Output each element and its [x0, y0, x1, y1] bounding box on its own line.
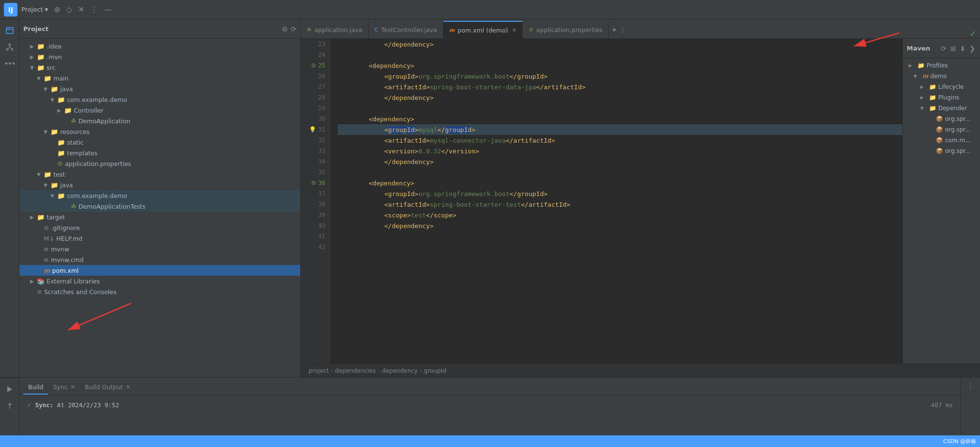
expand-maven-icon[interactable]: ❯	[968, 44, 976, 53]
title-bar-actions: ⊕ ◇ ✕ ⋮ —	[54, 5, 112, 14]
tree-item-label: .mvn	[47, 53, 62, 61]
project-tree: ▶ 📁 .idea ▶ 📁 .mvn ▼ 📁 src	[19, 39, 300, 377]
tree-item-static[interactable]: 📁 static	[19, 137, 300, 148]
gutter-line-39: 39	[306, 210, 326, 220]
project-panel: Project ⚙ ⟳ ▶ 📁 .idea ▶ 📁	[19, 19, 301, 377]
code-line-25: <dependency>	[338, 60, 902, 71]
tree-item-label: External Libraries	[47, 278, 100, 285]
maven-dep-1[interactable]: 📦 org.spr...	[903, 114, 980, 124]
gutter-line-34: 34	[306, 156, 326, 167]
maven-dep-3[interactable]: 📦 com.m...	[903, 135, 980, 146]
tree-item-test[interactable]: ▼ 📁 test	[19, 169, 300, 180]
bottom-tab-build-output[interactable]: Build Output ✕	[80, 380, 135, 395]
dep-icon: 📦	[936, 126, 943, 133]
tree-item-controller[interactable]: ▶ 📁 Controller	[19, 105, 300, 116]
gear-icon[interactable]: ⚙	[282, 25, 288, 33]
maven-panel: Maven ⟳ ⊞ ⬇ ❯ ▶ 📁	[902, 39, 980, 364]
tab-test-controller[interactable]: C TestController.java	[369, 21, 443, 38]
bookmark-icon[interactable]: ◇	[66, 5, 72, 14]
tree-item-test-package[interactable]: ▼ 📁 com.example.demo	[19, 190, 300, 201]
tree-item-mvnw-cmd[interactable]: ≡ mvnw.cmd	[19, 254, 300, 265]
code-line-23: </dependency>	[338, 39, 902, 50]
tab-application-props[interactable]: ⚙ application.properties	[523, 21, 609, 38]
tree-item-help[interactable]: M↓ HELP.md	[19, 233, 300, 244]
maven-dep-4[interactable]: 📦 org.spr...	[903, 146, 980, 156]
maven-item-profiles[interactable]: ▶ 📁 Profiles	[903, 60, 980, 71]
collapse-arrow-icon: ▶	[30, 54, 37, 60]
bottom-tab-build[interactable]: Build	[23, 380, 48, 395]
folder-icon: 📁	[57, 149, 65, 157]
code-line-37: <groupId>org.springframework.boot</group…	[338, 188, 902, 199]
editor-right-row: 23 24 ⚙25 26 27 28 29 30 💡31 32 33 34 35…	[301, 39, 980, 364]
folder-icon: 📁	[37, 64, 45, 71]
prop-tab-icon: ⚙	[528, 27, 533, 33]
breadcrumb-project[interactable]: project	[309, 367, 329, 374]
tree-item-resources[interactable]: ▼ 📁 resources	[19, 126, 300, 137]
svg-marker-4	[7, 386, 12, 392]
tab-pom-xml[interactable]: m pom.xml (demo) ✕	[443, 21, 523, 38]
tab-close-btn[interactable]: ✕	[512, 27, 516, 33]
expand-icon[interactable]: ⟳	[291, 25, 296, 33]
pin-icon[interactable]	[2, 398, 17, 413]
maven-dep-2[interactable]: 📦 org.spr...	[903, 124, 980, 135]
tree-item-test-java[interactable]: ▼ 📁 java	[19, 180, 300, 190]
project-panel-icon[interactable]	[2, 23, 17, 38]
bottom-tab-label: Build	[28, 383, 43, 391]
more-tools-icon[interactable]: •••	[2, 56, 17, 71]
tree-item-templates[interactable]: 📁 templates	[19, 148, 300, 158]
breadcrumb-dependencies[interactable]: dependencies	[335, 367, 376, 374]
tab-application-java[interactable]: ☘ application.java	[301, 21, 369, 38]
tree-item-java[interactable]: ▼ 📁 java	[19, 83, 300, 94]
tree-item-gitignore[interactable]: ⊘ .gitignore	[19, 222, 300, 233]
breadcrumb-groupid[interactable]: groupId	[424, 367, 446, 374]
maven-item-dependencies[interactable]: ▼ 📁 Depender	[903, 103, 980, 114]
download-icon[interactable]: ⬇	[959, 44, 967, 53]
maven-item-label: com.m...	[945, 137, 971, 144]
bottom-tab-label: Build Output	[85, 383, 123, 391]
bottom-tab-sync[interactable]: Sync ✕	[48, 380, 80, 395]
maven-folder-icon: 📁	[929, 83, 936, 90]
breadcrumb-dependency[interactable]: dependency	[382, 367, 418, 374]
tree-item-target[interactable]: ▶ 📁 target	[19, 212, 300, 222]
code-content-area[interactable]: </dependency> <dependency> <groupId>org.…	[330, 39, 902, 364]
tree-item-label: .idea	[47, 43, 62, 50]
tree-item-src[interactable]: ▼ 📁 src	[19, 62, 300, 73]
maven-m-icon: m	[922, 73, 929, 80]
git-panel-icon[interactable]	[2, 40, 17, 54]
tree-item-ext-libs[interactable]: ▶ 📚 External Libraries	[19, 276, 300, 286]
tree-item-pom[interactable]: m pom.xml	[19, 265, 300, 276]
maven-item-lifecycle[interactable]: ▶ 📁 Lifecycle	[903, 82, 980, 92]
tree-item-main[interactable]: ▼ 📁 main	[19, 73, 300, 83]
folder-icon: 📁	[50, 128, 58, 135]
code-line-34: </dependency>	[338, 156, 902, 167]
more-tabs-btn[interactable]: ▾ ⋮	[609, 21, 630, 38]
minimize-icon[interactable]: —	[104, 5, 112, 14]
bottom-tab-close[interactable]: ✕	[71, 384, 75, 390]
close-icon[interactable]: ✕	[78, 5, 84, 14]
tree-item-mvn[interactable]: ▶ 📁 .mvn	[19, 51, 300, 62]
tree-item-application-props[interactable]: ⚙ application.properties	[19, 158, 300, 169]
tree-item-demo-app[interactable]: ☘ DemoApplication	[19, 116, 300, 126]
maven-panel-title: Maven	[907, 45, 930, 52]
tree-item-idea[interactable]: ▶ 📁 .idea	[19, 41, 300, 51]
project-title[interactable]: Project ▾	[21, 6, 48, 13]
build-item-sync: ✓ Sync: At 2024/2/23 9:52 407 ms	[27, 399, 953, 411]
maven-item-demo[interactable]: ▼ m demo	[903, 71, 980, 82]
generate-icon[interactable]: ⊞	[949, 44, 957, 53]
gutter-line-24: 24	[306, 50, 326, 60]
tree-item-demo-tests[interactable]: ☘ DemoApplicationTests	[19, 201, 300, 212]
spring-class-icon: ☘	[71, 117, 77, 125]
expand-bottom-icon[interactable]: ⋮	[967, 381, 974, 389]
tree-item-scratches[interactable]: ≡ Scratches and Consoles	[19, 286, 300, 297]
project-label: Project	[21, 6, 43, 13]
reload-icon[interactable]: ⟳	[940, 44, 947, 53]
more-actions-icon[interactable]: ⋮	[90, 5, 98, 14]
gutter-line-38: 38	[306, 199, 326, 210]
spring-tab-icon: ☘	[307, 27, 311, 33]
bottom-tab-close[interactable]: ✕	[126, 384, 131, 390]
tree-item-mvnw[interactable]: ≡ mvnw	[19, 244, 300, 254]
run-icon[interactable]	[2, 382, 17, 397]
tree-item-package[interactable]: ▼ 📁 com.example.demo	[19, 94, 300, 105]
navigate-icon[interactable]: ⊕	[54, 5, 60, 14]
maven-item-plugins[interactable]: ▶ 📁 Plugins	[903, 92, 980, 103]
